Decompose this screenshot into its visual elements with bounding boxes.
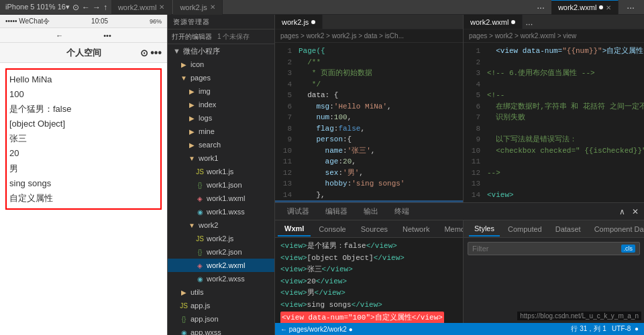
folder-img[interactable]: ▶ img — [168, 84, 274, 98]
file-work1wxss[interactable]: ◉ work1.wxss — [168, 205, 274, 218]
forward-icon[interactable]: → — [93, 3, 101, 12]
explorer-open-editors[interactable]: 打开的编辑器 — [172, 32, 212, 42]
folder-index[interactable]: ▶ index — [168, 98, 274, 111]
folder-work1[interactable]: ▼ work1 — [168, 151, 274, 165]
file-work2wxml[interactable]: ◈ work2.wxml — [168, 259, 274, 272]
section-label: 微信小程序 — [183, 46, 220, 56]
filter-input[interactable] — [472, 245, 619, 253]
tab-right-work2wxml-editor[interactable]: work2.wxml — [464, 15, 523, 29]
tabs-overflow-icon[interactable]: ··· — [534, 2, 547, 13]
js-icon: JS — [180, 302, 188, 310]
phone-item-num: 100 — [9, 87, 158, 102]
debug-tab-network[interactable]: Network — [396, 222, 436, 237]
folder-work2[interactable]: ▼ work2 — [168, 218, 274, 232]
tree-label: utils — [191, 288, 204, 296]
code-line: 8 flag:false, — [275, 123, 463, 135]
folder-icon: ▼ — [180, 74, 188, 82]
debug-line: <view>男</view> — [280, 287, 458, 299]
debug-line-highlighted[interactable]: <view data-num="100">自定义属性</view> — [280, 312, 444, 323]
close-icon[interactable]: ✕ — [159, 3, 164, 11]
debug-tab-sources[interactable]: Sources — [354, 222, 394, 237]
file-appwxss[interactable]: ◉ app.wxss — [168, 326, 274, 335]
tab-styles[interactable]: Styles — [469, 222, 500, 237]
debug-tab-debugger[interactable]: 调试器 — [280, 204, 316, 219]
tab-computed[interactable]: Computed — [502, 222, 547, 237]
phone-nav-bar: ← ••• — [0, 28, 167, 43]
file-work1wxml[interactable]: ◈ work1.wxml — [168, 192, 274, 205]
tab-work2js[interactable]: work2.js ✕ — [173, 0, 222, 15]
debug-line: <view>20</view> — [280, 276, 458, 288]
tab-work2wxml[interactable]: work2.wxml ✕ — [111, 0, 172, 15]
section-wxapp[interactable]: ▼ 微信小程序 — [168, 44, 274, 58]
status-bar-left: ← pages/work2/work2 ● — [280, 326, 353, 333]
editor-tabs: work2.wxml ✕ work2.js ✕ — [111, 0, 530, 15]
tree-label: work1.wxss — [207, 208, 245, 216]
right-editor-top: work2.wxml ··· pages > work2 > work2.wxm… — [464, 15, 644, 202]
tab-component-data[interactable]: Component Data — [589, 222, 644, 237]
folder-icon-item[interactable]: ▶ icon — [168, 58, 274, 71]
tree-label: work2.json — [207, 248, 242, 256]
file-work1js[interactable]: JS work1.js — [168, 165, 274, 178]
debug-tab-output[interactable]: 输出 — [357, 204, 385, 219]
debug-tab-memory[interactable]: Memory — [437, 222, 463, 237]
right-code-body[interactable]: 1 <view data-num="{{num}}">自定义属性</view> … — [464, 43, 644, 202]
folder-icon: ▶ — [180, 289, 188, 296]
phone-item-name: 张三 — [9, 131, 158, 146]
tree-label: work2.wxss — [207, 275, 245, 283]
file-work2js[interactable]: JS work2.js — [168, 232, 274, 245]
file-work2json[interactable]: {} work2.json — [168, 245, 274, 259]
file-appjson[interactable]: {} app.json — [168, 312, 274, 326]
more-tabs-icon[interactable]: ··· — [523, 19, 535, 29]
code-editor-body[interactable]: 1 Page({ 2 /** 3 * 页面的初始数据 4 — [275, 43, 463, 202]
json-icon: {} — [180, 316, 188, 323]
debug-tab-editor[interactable]: 编辑器 — [319, 204, 354, 219]
tab-right-work2wxml[interactable]: work2.wxml ✕ — [551, 0, 619, 15]
folder-search[interactable]: ▶ search — [168, 138, 274, 151]
phone-header: 个人空间 ⊙ ••• — [0, 43, 167, 63]
phone-back-icon[interactable]: ← — [56, 31, 63, 40]
tree-label: work1.json — [207, 181, 242, 189]
folder-icon: ▶ — [188, 88, 196, 95]
code-line: 4 */ — [275, 79, 463, 90]
close-icon[interactable]: ✕ — [210, 3, 215, 11]
tree-label: search — [199, 141, 221, 149]
file-work2wxss[interactable]: ◉ work2.wxss — [168, 272, 274, 285]
tab-dataset[interactable]: Dataset — [550, 222, 586, 237]
tab-work2js-main[interactable]: work2.js — [275, 15, 323, 29]
folder-icon: ▶ — [188, 128, 196, 135]
folder-pages[interactable]: ▼ pages — [168, 71, 274, 84]
debug-panel: 调试器 编辑器 输出 终端 ∧ ✕ Wxml Console Sources — [275, 202, 644, 323]
screenshot-icon[interactable]: ⊙ — [72, 3, 79, 12]
modified-dot — [311, 20, 315, 24]
panel-close-icon[interactable]: ✕ — [632, 207, 639, 216]
phone-dots-icon[interactable]: ••• — [103, 31, 111, 40]
debug-tab-wxml[interactable]: Wxml — [278, 222, 311, 237]
tree-label: work2 — [199, 221, 218, 229]
phone-menu-icon[interactable]: ••• — [150, 47, 162, 59]
code-line: 8 — [464, 123, 644, 135]
phone-status-icons: 96% — [150, 18, 162, 25]
close-icon[interactable]: ✕ — [606, 4, 611, 11]
folder-utils[interactable]: ▶ utils — [168, 285, 274, 299]
cls-badge[interactable]: .cls — [621, 245, 636, 253]
folder-mine[interactable]: ▶ mine — [168, 125, 274, 138]
file-work1json[interactable]: {} work1.json — [168, 178, 274, 192]
folder-logs[interactable]: ▶ logs — [168, 111, 274, 125]
code-line: 2 — [464, 57, 644, 68]
more-icon[interactable]: ··· — [623, 2, 639, 13]
back-icon[interactable]: ← — [82, 3, 90, 12]
top-tabs-bar: iPhone 5 101% 16▾ ⊙ ← → ↑ work2.wxml ✕ w… — [0, 0, 644, 15]
phone-circle-icon[interactable]: ⊙ — [140, 48, 148, 58]
code-line: 13 hobby:'sing songs' — [275, 178, 463, 190]
code-line: 1 <view data-num="{{num}}">自定义属性</view> — [464, 46, 644, 57]
status-bar-right: 行 31，列 1 UTF-8 ● — [571, 324, 639, 334]
debug-tab-terminal[interactable]: 终端 — [388, 204, 416, 219]
phone-item-flag: 是个猛男：false — [9, 102, 158, 117]
file-appjs[interactable]: JS app.js — [168, 299, 274, 312]
explorer-toolbar: 打开的编辑器 1 个未保存 — [168, 29, 274, 44]
debug-tab-console[interactable]: Console — [312, 222, 352, 237]
panel-collapse-icon[interactable]: ∧ — [619, 207, 625, 216]
refresh-icon[interactable]: ↑ — [103, 3, 107, 12]
code-line: 13 — [464, 178, 644, 190]
unsaved-badge: 1 个未保存 — [217, 32, 250, 42]
